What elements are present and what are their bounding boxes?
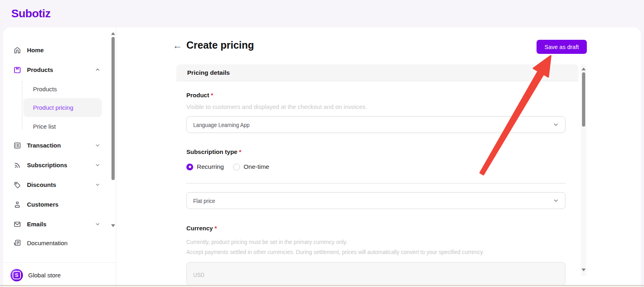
product-select[interactable]: Language Learning App	[186, 116, 566, 133]
store-badge-icon: S	[10, 269, 23, 281]
price-model-select[interactable]: Flat price	[186, 192, 566, 209]
required-asterisk: *	[215, 225, 217, 232]
sidebar-item-label: Documentation	[27, 240, 68, 246]
home-icon	[13, 46, 21, 54]
card-section-title: Pricing details	[176, 64, 578, 81]
currency-select-value: USD	[193, 271, 204, 278]
chevron-down-icon	[95, 143, 100, 148]
sidebar-item-emails[interactable]: Emails	[3, 214, 116, 234]
document-icon	[13, 239, 21, 247]
radio-label: Recurring	[197, 163, 224, 170]
feed-icon	[13, 161, 21, 169]
subscription-type-label: Subscription type *	[186, 148, 568, 155]
subscription-type-options: Recurring One-time	[186, 163, 568, 170]
sidebar-item-price-list[interactable]: Price list	[3, 117, 116, 135]
radio-selected-icon[interactable]	[186, 164, 193, 170]
scrollbar-thumb[interactable]	[582, 72, 585, 127]
pricing-details-card: Pricing details Product * Visible to cus…	[176, 64, 578, 287]
chevron-down-icon	[553, 122, 559, 127]
save-as-draft-button[interactable]: Save as draft	[537, 40, 587, 54]
radio-one-time[interactable]: One-time	[233, 163, 269, 170]
required-asterisk: *	[239, 148, 242, 155]
window-bottom-edge	[0, 285, 644, 286]
sidebar-item-products-sub[interactable]: Products	[3, 80, 116, 98]
sidebar-item-documentation[interactable]: Documentation	[3, 234, 116, 252]
person-icon	[13, 201, 21, 209]
sidebar-item-label: Emails	[27, 221, 46, 228]
radio-unselected-icon[interactable]	[233, 164, 240, 170]
required-asterisk: *	[211, 92, 213, 98]
currency-helper-text: Currently, product pricing must be set i…	[186, 237, 568, 257]
sidebar-item-product-pricing[interactable]: Product pricing	[23, 98, 102, 117]
sidebar-item-label: Discounts	[27, 181, 56, 188]
sidebar-item-label: Products	[27, 66, 53, 73]
card-body: Product * Visible to customers and displ…	[176, 81, 578, 285]
product-label: Product *	[186, 92, 568, 98]
content-scrollbar[interactable]	[581, 64, 586, 276]
tag-icon	[13, 181, 21, 189]
scroll-down-arrow[interactable]	[111, 224, 115, 227]
store-name[interactable]: Global store	[28, 272, 61, 279]
currency-select: USD	[186, 262, 566, 285]
sidebar-item-customers[interactable]: Customers	[3, 195, 116, 214]
page-title: Create pricing	[186, 39, 254, 51]
sub-item-label: Product pricing	[33, 104, 73, 111]
product-helper-text: Visible to customers and displayed at th…	[186, 103, 568, 110]
chevron-down-icon	[95, 162, 100, 168]
sidebar-item-label: Transaction	[27, 142, 61, 149]
scroll-down-arrow[interactable]	[582, 269, 586, 271]
sidebar-item-label: Subscriptions	[27, 162, 67, 168]
sidebar-item-products[interactable]: Products	[3, 60, 116, 80]
sidebar-item-subscriptions[interactable]: Subscriptions	[3, 155, 116, 175]
receipt-list-icon	[13, 141, 21, 150]
products-sub-menu: Products Product pricing Price list	[3, 80, 116, 135]
chevron-up-icon	[95, 67, 100, 72]
main-content: ← Create pricing Save as draft Pricing d…	[116, 27, 641, 287]
back-arrow-icon[interactable]: ←	[173, 41, 182, 50]
sidebar-item-home[interactable]: Home	[3, 40, 116, 60]
top-bar: Subotiz	[0, 0, 644, 27]
radio-recurring[interactable]: Recurring	[186, 163, 224, 170]
product-select-value: Language Learning App	[193, 121, 250, 128]
package-icon	[13, 66, 21, 74]
price-model-select-value: Flat price	[193, 197, 215, 204]
sub-menu-rail	[22, 81, 23, 130]
scroll-up-arrow[interactable]	[582, 68, 586, 70]
app-shell: Home Products Products Product pricing P…	[3, 27, 641, 287]
radio-label: One-time	[244, 163, 269, 170]
chevron-down-icon	[553, 198, 559, 203]
brand-logo[interactable]: Subotiz	[11, 7, 51, 20]
sidebar-item-label: Customers	[27, 201, 58, 208]
sidebar-item-label: Home	[27, 47, 44, 53]
currency-helper-line1: Currently, product pricing must be set i…	[186, 237, 347, 247]
scrollbar-thumb[interactable]	[111, 37, 115, 180]
chevron-down-icon	[95, 182, 100, 187]
mail-icon	[13, 220, 21, 228]
sidebar: Home Products Products Product pricing P…	[3, 27, 116, 287]
scroll-up-arrow[interactable]	[111, 32, 115, 35]
currency-helper-line2: Accept payments settled in other currenc…	[186, 247, 484, 257]
chevron-down-icon	[95, 221, 100, 227]
store-badge-letter: S	[12, 271, 21, 279]
sidebar-footer: S Global store	[3, 262, 116, 287]
currency-label: Currency *	[186, 225, 568, 232]
sub-item-label: Products	[33, 86, 57, 92]
sub-item-label: Price list	[33, 123, 56, 130]
sidebar-scrollbar[interactable]	[111, 30, 116, 271]
sidebar-item-discounts[interactable]: Discounts	[3, 175, 116, 195]
sidebar-item-transaction[interactable]: Transaction	[3, 135, 116, 155]
